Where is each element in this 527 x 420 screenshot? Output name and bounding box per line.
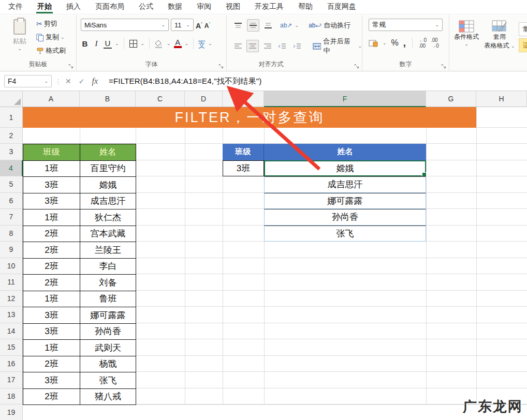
- class-cell[interactable]: 3班: [23, 307, 80, 323]
- name-cell[interactable]: 嫦娥: [80, 177, 136, 193]
- phonetic-guide-button[interactable]: wén文: [198, 39, 205, 48]
- cell-style-normal[interactable]: 常: [519, 22, 527, 36]
- menu-tab[interactable]: 帮助: [297, 1, 314, 13]
- menu-tab[interactable]: 文件: [7, 1, 24, 13]
- class-cell[interactable]: 1班: [23, 209, 80, 226]
- borders-icon[interactable]: [129, 39, 138, 48]
- column-header[interactable]: E: [223, 91, 264, 107]
- row-header[interactable]: 15: [0, 339, 23, 356]
- name-cell[interactable]: 兰陵王: [80, 242, 136, 258]
- row-header[interactable]: 6: [0, 193, 23, 209]
- number-format-select[interactable]: 常规⌄: [369, 19, 443, 31]
- align-center-icon[interactable]: [246, 40, 258, 52]
- formula-input[interactable]: =FILTER(B4:B18,A4:A18=E4,"找不到结果"): [109, 77, 261, 86]
- chevron-down-icon[interactable]: ⌄: [295, 23, 299, 28]
- class-cell[interactable]: 2班: [23, 242, 80, 258]
- table-row[interactable]: 1班 武则天: [23, 339, 136, 356]
- insert-function-icon[interactable]: fx: [88, 77, 101, 86]
- dialog-launcher-icon[interactable]: [354, 64, 359, 69]
- name-box[interactable]: F4⌄: [4, 75, 52, 87]
- row-header[interactable]: 14: [0, 323, 23, 340]
- name-cell[interactable]: 张飞: [80, 372, 136, 388]
- align-right-icon[interactable]: [261, 40, 273, 52]
- menu-tab[interactable]: 页面布局: [94, 1, 125, 13]
- menu-tab[interactable]: 百度网盘: [326, 1, 357, 13]
- chevron-down-icon[interactable]: ⌄: [208, 41, 212, 46]
- table-row[interactable]: 1班 狄仁杰: [23, 209, 136, 226]
- align-bottom-icon[interactable]: [262, 19, 274, 32]
- row-header[interactable]: 5: [0, 176, 23, 193]
- row-header[interactable]: 19: [0, 404, 23, 420]
- result-table-header[interactable]: 班级 姓名: [223, 144, 426, 160]
- grow-font-button[interactable]: Aˆ: [196, 21, 202, 29]
- class-cell[interactable]: 1班: [23, 340, 80, 356]
- align-middle-icon[interactable]: [247, 19, 259, 32]
- chevron-down-icon[interactable]: ⌄: [141, 41, 145, 46]
- decrease-indent-icon[interactable]: [276, 40, 288, 52]
- merge-center-button[interactable]: 合并后居中 ⌄: [313, 37, 362, 55]
- wrap-text-button[interactable]: ab⮐ 自动换行: [309, 21, 350, 30]
- align-top-icon[interactable]: [232, 19, 244, 32]
- row-header[interactable]: 10: [0, 258, 23, 275]
- font-name-select[interactable]: MiSans⌄: [81, 19, 169, 31]
- font-size-select[interactable]: 11⌄: [171, 19, 194, 31]
- table-row[interactable]: 3班 孙尚香: [23, 323, 136, 340]
- table-row[interactable]: 3班 张飞: [23, 372, 136, 388]
- format-as-table-button[interactable]: 套用 表格格式 ⌄: [484, 20, 516, 50]
- column-header[interactable]: G: [426, 91, 476, 107]
- row-header[interactable]: 13: [0, 307, 23, 323]
- name-cell[interactable]: 狄仁杰: [80, 209, 136, 226]
- table-row[interactable]: 2班 杨戬: [23, 356, 136, 372]
- row-header[interactable]: 4: [0, 160, 23, 177]
- class-cell[interactable]: 2班: [23, 259, 80, 275]
- cell-style-neutral[interactable]: 适: [519, 38, 527, 52]
- align-left-icon[interactable]: [232, 40, 244, 52]
- class-cell[interactable]: 2班: [23, 226, 80, 242]
- table-row[interactable]: 2班 猪八戒: [23, 388, 136, 405]
- class-cell[interactable]: 2班: [23, 356, 80, 372]
- chevron-down-icon[interactable]: ⌄: [115, 41, 119, 46]
- shrink-font-button[interactable]: Aˇ: [204, 21, 210, 29]
- fill-color-icon[interactable]: [154, 39, 164, 48]
- copy-button[interactable]: 复制 ⌄: [36, 33, 66, 42]
- row-header[interactable]: 7: [0, 209, 23, 226]
- name-cell[interactable]: 成吉思汗: [80, 193, 136, 209]
- dialog-launcher-icon[interactable]: [441, 64, 446, 69]
- menu-tab[interactable]: 数据: [167, 1, 183, 13]
- orientation-icon[interactable]: ab↗: [280, 22, 292, 29]
- table-row[interactable]: 3班 娜可露露: [23, 307, 136, 323]
- comma-style-button[interactable]: ,: [403, 40, 406, 46]
- name-cell[interactable]: 百里守约: [80, 161, 136, 177]
- name-cell[interactable]: 刘备: [80, 275, 136, 291]
- menu-tab[interactable]: 开发工具: [254, 1, 285, 13]
- dialog-launcher-icon[interactable]: [68, 64, 74, 69]
- underline-button[interactable]: U: [104, 39, 112, 49]
- format-painter-button[interactable]: 格式刷: [36, 46, 66, 55]
- name-cell[interactable]: 鲁班: [80, 291, 136, 307]
- class-cell[interactable]: 1班: [23, 291, 80, 307]
- class-cell[interactable]: 3班: [23, 193, 80, 209]
- chevron-down-icon[interactable]: ⌄: [185, 41, 189, 46]
- row-header[interactable]: 3: [0, 144, 23, 160]
- query-class-cell[interactable]: 3班: [223, 160, 264, 177]
- decrease-decimal-icon[interactable]: .00→0: [431, 37, 439, 49]
- row-header[interactable]: 16: [0, 356, 23, 372]
- class-cell[interactable]: 3班: [23, 324, 80, 340]
- accounting-format-icon[interactable]: [369, 39, 378, 47]
- row-header[interactable]: 12: [0, 291, 23, 307]
- class-cell[interactable]: 2班: [23, 275, 80, 291]
- row-header[interactable]: 1: [0, 107, 23, 128]
- table-row[interactable]: 3班 嫦娥: [23, 176, 136, 193]
- name-cell[interactable]: 李白: [80, 259, 136, 275]
- column-header[interactable]: A: [23, 91, 80, 107]
- paste-button[interactable]: 粘贴 ⌄: [8, 19, 31, 51]
- bold-button[interactable]: B: [81, 39, 89, 48]
- row-header[interactable]: 8: [0, 226, 23, 242]
- name-cell[interactable]: 武则天: [80, 340, 136, 356]
- row-header[interactable]: 9: [0, 242, 23, 258]
- italic-button[interactable]: I: [92, 39, 100, 48]
- table-row[interactable]: 1班 鲁班: [23, 291, 136, 307]
- column-header[interactable]: H: [476, 91, 527, 107]
- source-table-header[interactable]: 班级 姓名: [23, 144, 136, 160]
- table-row[interactable]: 1班 百里守约: [23, 160, 136, 177]
